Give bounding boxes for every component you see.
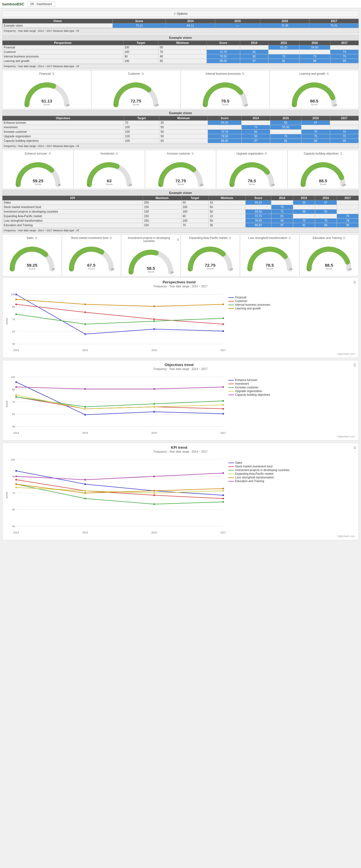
kpi-table: KPI Maximum Target Minimum Score 2014 20… <box>2 196 359 228</box>
gauge-label: Education and Training <box>313 237 342 240</box>
vision-table-section: Vision Score 2014 2015 2016 2017 Example… <box>2 19 359 33</box>
persp-col-2014: 2014 <box>240 41 268 45</box>
row-2017: 90 <box>337 223 358 228</box>
gauge-menu-icon[interactable]: ☰ <box>35 237 37 240</box>
svg-text:Score: Score <box>5 318 8 325</box>
gauge-label: Capacity building objectives <box>304 152 339 155</box>
svg-text:85: 85 <box>12 475 15 478</box>
svg-text:0: 0 <box>114 104 116 106</box>
legend-label: Stock market investment fund <box>235 465 273 468</box>
svg-point-160 <box>222 488 224 490</box>
gauge-menu-icon[interactable]: ☰ <box>52 72 54 75</box>
gauge-title: Customer ☰ <box>93 72 179 75</box>
svg-text:2014: 2014 <box>13 431 19 434</box>
svg-text:100: 100 <box>333 104 337 106</box>
row-score: 72.75 <box>206 50 240 54</box>
gauge-menu-icon[interactable]: ☰ <box>242 72 245 75</box>
objectives-trend-menu[interactable]: ☰ <box>353 363 356 367</box>
row-target: 100 <box>123 45 158 50</box>
vision-2017: 76.31 <box>309 24 359 28</box>
gauge-label: Upgrade organization <box>237 152 264 155</box>
row-name: Internal business processes <box>3 54 123 59</box>
svg-text:Score: Score <box>5 401 8 407</box>
svg-text:Score: Score <box>5 492 8 499</box>
svg-text:58.5: 58.5 <box>147 266 155 271</box>
row-target: 70 <box>181 223 209 228</box>
svg-point-106 <box>15 381 17 383</box>
row-name: Stock market investment fund <box>3 205 143 210</box>
row-min: 30 <box>209 223 245 228</box>
app-header: bambooBSC 09 - Dashboard <box>0 0 361 8</box>
persp-col-score: Score <box>206 41 240 45</box>
gauge-menu-icon[interactable]: ☰ <box>115 152 118 155</box>
objectives-trend-subtitle: Frequency : Year date range : 2014 ~ 201… <box>5 368 356 371</box>
svg-text:Score: Score <box>29 267 35 270</box>
app-tab[interactable]: 09 - Dashboard <box>27 1 55 7</box>
row-target: 100 <box>181 210 209 214</box>
perspectives-table-section: Example vision Perspectives Target Minim… <box>2 35 359 68</box>
svg-point-121 <box>222 404 224 406</box>
vision-col-2014: 2014 <box>166 19 215 24</box>
row-target: 100 <box>123 50 158 54</box>
gauge-item: Investment projects in developing countr… <box>121 235 180 276</box>
row-target: 100 <box>123 125 159 130</box>
objectives-section-title: Example vision <box>2 110 359 116</box>
kpi-col-name: KPI <box>3 196 143 200</box>
kpi-gauge-grid: Sales ☰ 59.25 Score 0 80 Stock market in… <box>2 235 359 276</box>
svg-text:100: 100 <box>245 104 248 106</box>
gauge-item: Upgrade organization ☰ 78.5 Score 0 100 <box>216 150 287 189</box>
gauge-menu-icon[interactable]: ☰ <box>109 237 112 240</box>
gauge-menu-icon[interactable]: ☰ <box>141 72 144 75</box>
row-score: 78.50 <box>206 54 240 59</box>
gauge-menu-icon[interactable]: ☰ <box>191 152 194 155</box>
gauge-menu-icon[interactable]: ☰ <box>343 237 345 240</box>
svg-text:88.5: 88.5 <box>325 263 333 268</box>
gauge-menu-icon[interactable]: ☰ <box>288 237 291 240</box>
svg-text:50: 50 <box>12 343 15 345</box>
svg-point-113 <box>222 408 224 410</box>
svg-text:Score: Score <box>133 103 140 106</box>
row-2016: 57 <box>315 200 337 205</box>
gauge-menu-icon[interactable]: ☰ <box>177 238 179 241</box>
gauge-svg: 78.5 Score 0 100 <box>229 156 275 187</box>
gauge-menu-icon[interactable]: ☰ <box>49 152 51 155</box>
legend-label: Increase customer <box>235 386 258 389</box>
row-2016: 55 <box>315 210 337 214</box>
svg-text:88.5: 88.5 <box>319 178 327 183</box>
row-name: Financial <box>3 45 123 50</box>
row-name: Expanding Asia-Pacific market <box>3 214 143 219</box>
gauge-menu-icon[interactable]: ☰ <box>265 152 267 155</box>
gauge-title: Sales ☰ <box>4 237 60 240</box>
row-target: 70 <box>123 121 159 125</box>
options-label[interactable]: ✓ Options <box>173 12 188 15</box>
gauge-title: Investment projects in developing countr… <box>122 237 179 243</box>
gauge-menu-icon[interactable]: ☰ <box>340 152 342 155</box>
row-2015: 70 <box>293 219 315 223</box>
legend-item: Internal business processes <box>228 303 270 306</box>
row-score <box>246 205 271 210</box>
gauge-label: Investment projects in developing countr… <box>122 237 175 243</box>
svg-text:Score: Score <box>207 267 214 270</box>
svg-point-158 <box>84 492 86 494</box>
gauge-item: Investment ☰ 63 Score 0 100 <box>74 150 145 189</box>
options-bar[interactable]: ✓ Options <box>2 10 359 17</box>
legend-item: Financial <box>228 296 270 299</box>
gauge-menu-icon[interactable]: ☰ <box>228 237 231 240</box>
gauge-menu-icon[interactable]: ☰ <box>326 72 329 75</box>
row-2015: 55 <box>293 200 315 205</box>
perspectives-trend-menu[interactable]: ☰ <box>353 281 356 284</box>
svg-text:2014: 2014 <box>13 349 19 352</box>
svg-point-85 <box>154 320 155 322</box>
row-name: Sales <box>3 200 143 205</box>
row-2016: 86 <box>315 223 337 228</box>
row-2014: 97 <box>271 223 293 228</box>
svg-text:Score: Score <box>177 183 184 186</box>
kpi-col-2017: 2017 <box>337 196 358 200</box>
legend-label: Financial <box>235 296 246 299</box>
svg-point-108 <box>154 411 155 413</box>
row-max: 200 <box>143 200 182 205</box>
kpi-trend-menu[interactable]: ☰ <box>353 446 356 450</box>
svg-point-159 <box>154 490 155 492</box>
legend-label: Loss stronghold transformation <box>235 476 274 479</box>
vision-col-2017: 2017 <box>309 19 359 24</box>
